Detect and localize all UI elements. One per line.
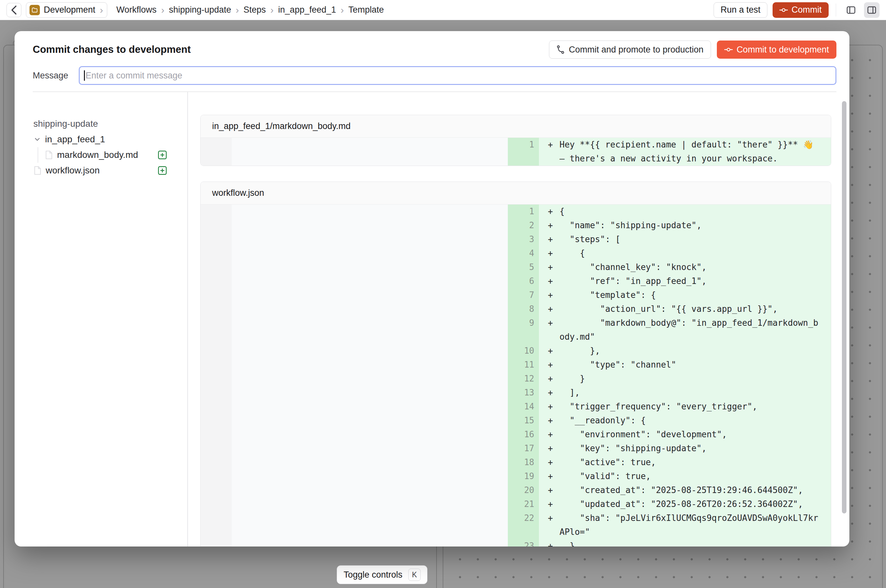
diff-added-line: 1+{ [508, 204, 831, 219]
tree-item-label[interactable]: markdown_body.md [57, 150, 138, 160]
environment-switcher[interactable]: Development › [26, 2, 107, 18]
right-panel-toggle-icon[interactable] [864, 2, 880, 18]
tree-children: markdown_body.md [37, 147, 168, 163]
toggle-controls-button[interactable]: Toggle controls K [337, 565, 427, 584]
tree-item-workflow-root: shipping-update [33, 116, 168, 132]
file-icon [33, 166, 42, 175]
diff-viewer: in_app_feed_1/markdown_body.md 1+Hey **{… [188, 92, 850, 547]
text-caret [84, 70, 85, 81]
commit-icon [780, 6, 788, 14]
tree-item-label[interactable]: workflow.json [46, 165, 100, 176]
diff-added-line: 23+ } [508, 539, 831, 547]
diff-added-line: 22+ "sha": "pJeLVir6xIlUCMGqs9qroZoUAVDS… [508, 511, 831, 539]
commit-and-promote-button[interactable]: Commit and promote to production [549, 40, 711, 58]
diff-added-line: 4+ { [508, 246, 831, 260]
top-bar: Development › Workflows › shipping-updat… [0, 0, 886, 20]
message-label: Message [33, 70, 79, 81]
breadcrumb-separator: › [156, 5, 169, 15]
breadcrumb-separator: › [336, 5, 348, 15]
tree-item-markdown-body: markdown_body.md [38, 147, 168, 163]
added-file-plus-icon [157, 165, 168, 176]
commit-message-input[interactable] [79, 66, 837, 85]
diff-added-line: 5+ "channel_key": "knock", [508, 260, 831, 274]
modal-scrollbar[interactable] [841, 98, 847, 544]
diff-card-markdown-body: in_app_feed_1/markdown_body.md 1+Hey **{… [200, 115, 832, 166]
left-panel-toggle-icon[interactable] [843, 2, 859, 18]
diff-card-workflow-json: workflow.json 1+{2+ "name": "shipping-up… [200, 182, 832, 547]
promote-icon [556, 45, 565, 54]
folder-icon [30, 5, 40, 15]
commit-to-development-button[interactable]: Commit to development [717, 40, 837, 58]
diff-old-pane [201, 204, 508, 547]
breadcrumb-separator: › [231, 5, 243, 15]
commit-button-label: Commit [792, 5, 822, 15]
diff-added-line: 14+ "trigger_frequency": "every_trigger"… [508, 400, 831, 414]
toggle-controls-label: Toggle controls [343, 570, 402, 580]
run-a-test-button[interactable]: Run a test [714, 2, 767, 18]
environment-label: Development [44, 5, 95, 15]
diff-added-line: 15+ "__readonly": { [508, 414, 831, 428]
breadcrumb-separator: › [266, 5, 278, 15]
commit-button[interactable]: Commit [772, 2, 829, 18]
added-file-plus-icon [157, 149, 168, 160]
diff-added-line: 10+ }, [508, 344, 831, 358]
breadcrumb-template[interactable]: Template [348, 5, 384, 15]
commit-to-development-label: Commit to development [737, 45, 829, 55]
file-header: in_app_feed_1/markdown_body.md [201, 115, 831, 138]
diff-added-line: 3+ "steps": [ [508, 232, 831, 246]
diff-added-line: 18+ "active": true, [508, 455, 831, 470]
diff-added-line: 6+ "ref": "in_app_feed_1", [508, 274, 831, 288]
diff-added-line: 20+ "created_at": "2025-08-25T19:29:46.6… [508, 483, 831, 497]
chevron-right-icon: › [99, 5, 103, 15]
toolbar-divider [836, 4, 837, 16]
shortcut-key-badge: K [408, 568, 421, 581]
diff-added-line: 11+ "type": "channel" [508, 358, 831, 372]
diff-added-line: 7+ "template": { [508, 288, 831, 302]
chevron-down-icon [33, 135, 41, 143]
diff-added-line: 21+ "updated_at": "2025-08-26T20:26:52.3… [508, 497, 831, 511]
file-icon [45, 150, 53, 159]
commit-modal-header: Commit changes to development Commit and… [15, 31, 849, 92]
scrollbar-thumb[interactable] [842, 101, 847, 513]
diff-added-line: 2+ "name": "shipping-update", [508, 219, 831, 232]
tree-item-label: in_app_feed_1 [45, 134, 105, 145]
changed-files-tree: shipping-update in_app_feed_1 markdown_b… [15, 92, 187, 547]
diff-added-line: 17+ "key": "shipping-update", [508, 441, 831, 455]
diff-old-pane [201, 138, 508, 166]
modal-title: Commit changes to development [33, 44, 190, 56]
commit-modal: Commit changes to development Commit and… [15, 31, 849, 546]
back-button[interactable] [6, 3, 21, 17]
diff-added-line: 19+ "valid": true, [508, 470, 831, 483]
breadcrumb-workflows[interactable]: Workflows [116, 5, 156, 15]
diff-added-line: 16+ "environment": "development", [508, 428, 831, 441]
diff-added-line: 9+ "markdown_body@": "in_app_feed_1/mark… [508, 316, 831, 344]
diff-added-line: 1+Hey **{{ recipient.name | default: "th… [508, 138, 831, 166]
breadcrumb-step[interactable]: in_app_feed_1 [278, 5, 336, 15]
commit-icon [724, 45, 733, 54]
diff-new-pane: 1+{2+ "name": "shipping-update",3+ "step… [508, 204, 831, 547]
chevron-left-icon [11, 5, 17, 15]
diff-added-line: 12+ } [508, 372, 831, 386]
tree-item-folder[interactable]: in_app_feed_1 [33, 132, 168, 147]
breadcrumb-workflow-key[interactable]: shipping-update [169, 5, 231, 15]
breadcrumb-steps[interactable]: Steps [243, 5, 266, 15]
diff-new-pane: 1+Hey **{{ recipient.name | default: "th… [508, 138, 831, 166]
diff-added-line: 8+ "action_url": "{{ vars.app_url }}", [508, 302, 831, 316]
commit-and-promote-label: Commit and promote to production [569, 45, 703, 55]
file-header: workflow.json [201, 182, 831, 204]
tree-item-workflow-json: workflow.json [33, 163, 168, 178]
diff-added-line: 13+ ], [508, 386, 831, 400]
